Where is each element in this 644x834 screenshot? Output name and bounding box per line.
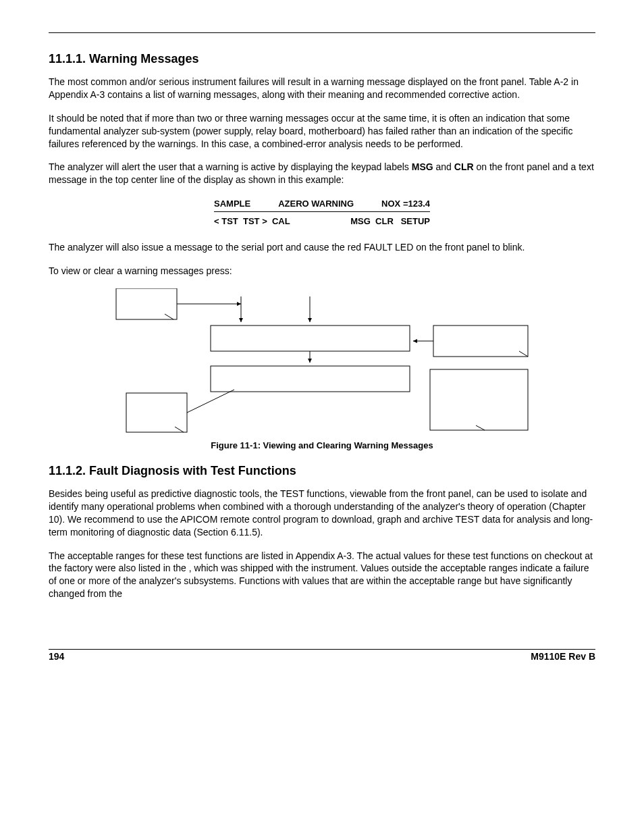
page-number: 194	[49, 651, 64, 662]
diagram-svg	[113, 288, 531, 434]
bold-text: CLR	[454, 161, 474, 172]
display-keys-right: MSG CLR SETUP	[350, 216, 430, 226]
paragraph: The acceptable ranges for these test fun…	[49, 550, 595, 601]
section-heading-1: 11.1.1. Warning Messages	[49, 52, 595, 66]
display-warning: AZERO WARNING	[278, 199, 354, 209]
svg-rect-0	[116, 288, 177, 319]
paragraph: The analyzer will also issue a message t…	[49, 241, 595, 254]
bold-text: MSG	[412, 161, 433, 172]
display-nox: NOX =123.4	[381, 199, 430, 209]
top-rule	[49, 32, 595, 33]
paragraph: Besides being useful as predictive diagn…	[49, 488, 595, 539]
svg-rect-5	[126, 393, 187, 432]
page: 11.1.1. Warning Messages The most common…	[0, 0, 644, 834]
doc-id: M9110E Rev B	[531, 651, 595, 662]
text: and	[433, 161, 454, 172]
page-footer: 194 M9110E Rev B	[49, 649, 595, 662]
paragraph: The most common and/or serious instrumen…	[49, 76, 595, 101]
paragraph: The analyzer will alert the user that a …	[49, 161, 595, 186]
svg-line-11	[187, 390, 234, 413]
display-row-2: < TST TST > CAL MSG CLR SETUP	[214, 212, 430, 229]
svg-rect-4	[430, 369, 528, 430]
display-sample: SAMPLE	[214, 199, 250, 209]
text: The analyzer will alert the user that a …	[49, 161, 412, 172]
display-keys-left: < TST TST > CAL	[214, 216, 290, 226]
svg-rect-3	[211, 366, 410, 392]
svg-rect-2	[211, 325, 410, 351]
section-heading-2: 11.1.2. Fault Diagnosis with Test Functi…	[49, 464, 595, 478]
figure-caption: Figure 11-1: Viewing and Clearing Warnin…	[49, 440, 595, 450]
svg-rect-1	[433, 325, 528, 357]
display-row-1: SAMPLE AZERO WARNING NOX =123.4	[214, 197, 430, 212]
paragraph: To view or clear a warning messages pres…	[49, 265, 595, 278]
flow-diagram	[113, 288, 531, 434]
paragraph: It should be noted that if more than two…	[49, 112, 595, 151]
instrument-display: SAMPLE AZERO WARNING NOX =123.4 < TST TS…	[214, 197, 430, 229]
